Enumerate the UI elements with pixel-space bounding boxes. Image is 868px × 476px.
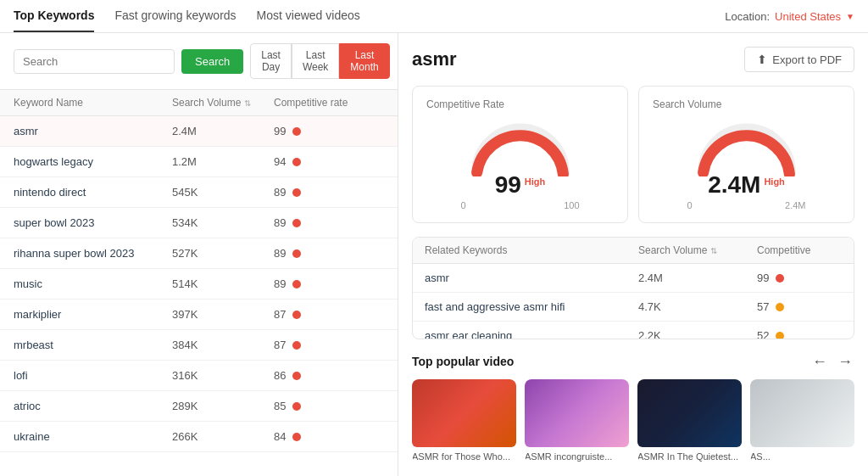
- keyword-name: markiplier: [14, 308, 172, 321]
- location-area: Location: United States ▼: [725, 10, 854, 31]
- video-prev-button[interactable]: ←: [810, 353, 829, 371]
- table-row[interactable]: super bowl 2023 534K 89: [0, 208, 398, 238]
- comp-number: 86: [274, 369, 286, 382]
- tab-most-viewed[interactable]: Most viewed videos: [257, 8, 360, 32]
- comp-dot: [292, 219, 301, 227]
- video-thumbnail: [637, 379, 742, 447]
- table-row[interactable]: asmr 2.4M 99: [0, 116, 398, 147]
- comp-dot: [292, 158, 301, 166]
- table-row[interactable]: mrbeast 384K 87: [0, 330, 398, 361]
- tab-top-keywords[interactable]: Top Keywords: [14, 8, 94, 32]
- table-row[interactable]: lofi 316K 86: [0, 361, 398, 391]
- comp-dot: [292, 249, 301, 258]
- competitive-rate: 89: [274, 247, 384, 260]
- table-row[interactable]: nintendo direct 545K 89: [0, 177, 398, 208]
- comp-dot: [292, 127, 301, 136]
- table-row[interactable]: atrioc 289K 85: [0, 391, 398, 422]
- tab-fast-growing[interactable]: Fast growing keywords: [114, 8, 236, 32]
- comp-rate-title: Competitive Rate: [426, 98, 614, 110]
- competitive-rate-card: Competitive Rate 99 High: [412, 86, 628, 223]
- related-row[interactable]: fast and aggressive asmr hifi 4.7K 57: [413, 293, 854, 322]
- comp-rate-value: 99: [495, 171, 521, 199]
- rel-volume: 2.4M: [638, 272, 757, 284]
- related-rows: asmr 2.4M 99 fast and aggressive asmr hi…: [413, 264, 854, 339]
- period-last-month[interactable]: Last Month: [339, 43, 389, 79]
- search-vol-value: 2.4M: [708, 171, 760, 199]
- search-bar: Search Last Day Last Week Last Month: [0, 33, 398, 90]
- rel-sort-icon: ⇅: [710, 246, 717, 255]
- rel-comp-num: 52: [757, 329, 769, 339]
- top-videos-section: Top popular video ← → ASMR for Those Who…: [412, 353, 854, 462]
- table-row[interactable]: markiplier 397K 87: [0, 300, 398, 330]
- video-card[interactable]: ASMR In The Quietest...: [637, 379, 742, 462]
- keyword-name: atrioc: [14, 400, 172, 412]
- search-button[interactable]: Search: [181, 49, 243, 74]
- competitive-rate: 87: [274, 308, 384, 321]
- keyword-title: asmr: [412, 48, 457, 70]
- gauge-cards: Competitive Rate 99 High: [412, 86, 854, 223]
- comp-number: 89: [274, 247, 286, 260]
- rel-col-keyword: Related Keywords: [425, 244, 638, 256]
- rel-keyword-name: asmr: [425, 272, 638, 284]
- videos-grid: ASMR for Those Who... ASMR incongruiste.…: [412, 379, 854, 462]
- video-label: ASMR for Those Who...: [412, 451, 516, 462]
- search-volume: 534K: [172, 216, 274, 229]
- table-header: Keyword Name Search Volume ⇅ Competitive…: [0, 90, 398, 116]
- export-button[interactable]: ⬆ Export to PDF: [744, 47, 854, 72]
- related-row[interactable]: asmr 2.4M 99: [413, 264, 854, 293]
- competitive-rate: 84: [274, 430, 384, 443]
- col-competitive-rate: Competitive rate: [274, 97, 384, 109]
- keyword-name: super bowl 2023: [14, 216, 172, 229]
- left-panel: Search Last Day Last Week Last Month Key…: [0, 33, 398, 476]
- search-volume: 1.2M: [172, 155, 274, 168]
- competitive-rate: 89: [274, 277, 384, 290]
- competitive-rate: 89: [274, 186, 384, 199]
- comp-dot: [292, 372, 301, 380]
- video-card[interactable]: ASMR incongruiste...: [525, 379, 629, 462]
- related-row[interactable]: asmr ear cleaning 2.2K 52: [413, 322, 854, 339]
- competitive-rate: 89: [274, 216, 384, 229]
- comp-dot: [292, 402, 301, 411]
- search-vol-scale: 0 2.4M: [687, 200, 806, 210]
- comp-number: 94: [274, 155, 286, 168]
- main-content: Search Last Day Last Week Last Month Key…: [0, 33, 868, 476]
- search-input[interactable]: [14, 49, 175, 74]
- search-volume: 397K: [172, 308, 274, 321]
- videos-title: Top popular video: [412, 355, 514, 368]
- comp-number: 89: [274, 216, 286, 229]
- rel-comp-dot: [776, 303, 784, 311]
- search-volume: 545K: [172, 186, 274, 199]
- comp-rate-scale: 0 100: [461, 200, 580, 210]
- rel-col-volume: Search Volume ⇅: [638, 244, 757, 256]
- video-label: ASMR In The Quietest...: [637, 451, 742, 462]
- search-vol-gauge: 2.4M High 0 2.4M: [653, 117, 840, 210]
- search-volume: 316K: [172, 369, 274, 382]
- period-last-day[interactable]: Last Day: [250, 43, 292, 79]
- rel-col-comp: Competitive: [757, 244, 842, 256]
- rel-keyword-name: fast and aggressive asmr hifi: [425, 300, 638, 313]
- video-card[interactable]: ASMR for Those Who...: [412, 379, 516, 462]
- search-volume: 2.4M: [172, 125, 274, 137]
- keyword-name: mrbeast: [14, 339, 172, 351]
- comp-dot: [292, 433, 301, 441]
- table-row[interactable]: music 514K 89: [0, 269, 398, 300]
- sort-icon: ⇅: [244, 98, 251, 108]
- video-card[interactable]: AS...: [750, 379, 854, 462]
- location-value[interactable]: United States: [775, 10, 841, 23]
- competitive-rate: 85: [274, 400, 384, 412]
- comp-rate-gauge: 99 High 0 100: [426, 117, 614, 210]
- period-last-week[interactable]: Last Week: [292, 43, 339, 79]
- video-next-button[interactable]: →: [836, 353, 854, 371]
- videos-title-row: Top popular video ← →: [412, 353, 854, 371]
- col-search-volume: Search Volume ⇅: [172, 97, 274, 109]
- table-row[interactable]: rihanna super bowl 2023 527K 89: [0, 238, 398, 269]
- video-nav-arrows: ← →: [810, 353, 854, 371]
- table-row[interactable]: hogwarts legacy 1.2M 94: [0, 147, 398, 177]
- video-thumbnail: [525, 379, 629, 447]
- comp-number: 89: [274, 186, 286, 199]
- keyword-name: nintendo direct: [14, 186, 172, 199]
- comp-number: 85: [274, 400, 286, 412]
- table-row[interactable]: ukraine 266K 84: [0, 422, 398, 452]
- video-label: ASMR incongruiste...: [525, 451, 629, 462]
- comp-rate-label: High: [525, 176, 545, 187]
